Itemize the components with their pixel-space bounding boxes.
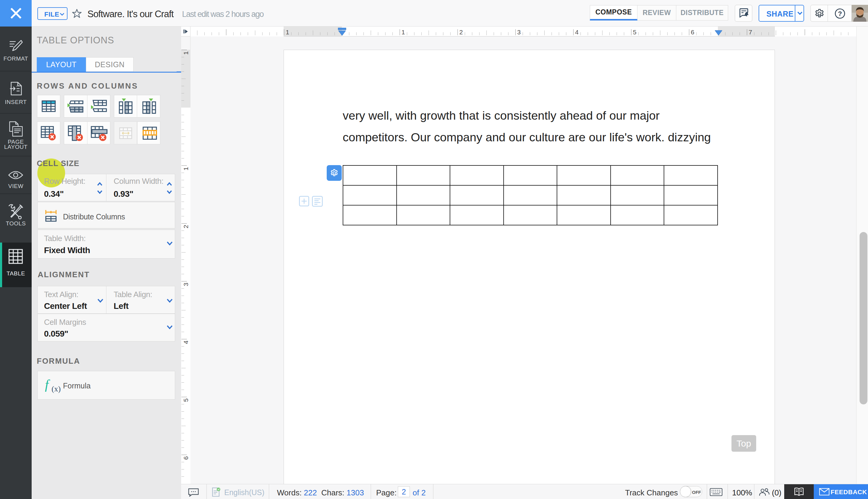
svg-text:?: ?: [838, 10, 842, 17]
